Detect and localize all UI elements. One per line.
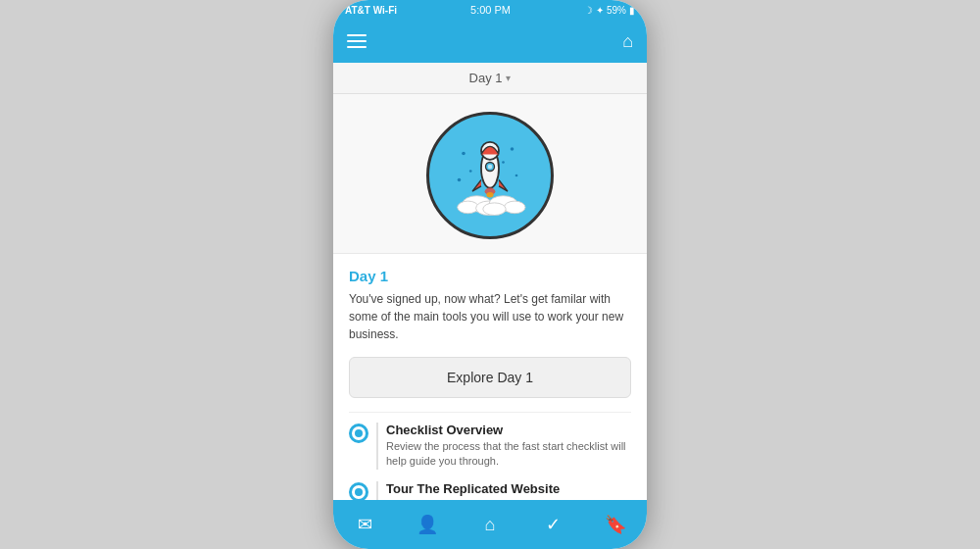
day-selector[interactable]: Day 1 ▾ (333, 63, 647, 94)
battery-percent: 59% (607, 5, 626, 16)
mail-icon: ✉ (358, 514, 372, 535)
checklist-item-1-title: Checklist Overview (386, 423, 631, 437)
checklist-circle-inner-2 (355, 488, 363, 496)
svg-point-17 (483, 203, 506, 216)
svg-point-5 (458, 178, 462, 182)
rocket-illustration-section (333, 94, 647, 254)
svg-point-9 (488, 165, 493, 170)
nav-bar: ⌂ (333, 20, 647, 63)
tab-mail[interactable]: ✉ (333, 514, 396, 535)
svg-point-3 (469, 170, 472, 173)
svg-point-11 (486, 192, 493, 197)
hamburger-line-3 (347, 46, 367, 48)
svg-point-13 (458, 201, 479, 214)
person-icon: 👤 (416, 514, 438, 535)
battery-info: ☽ ✦ 59% ▮ (584, 5, 635, 16)
tab-profile[interactable]: 👤 (396, 514, 459, 535)
tab-home[interactable]: ⌂ (459, 515, 521, 535)
phone-frame: AT&T Wi-Fi 5:00 PM ☽ ✦ 59% ▮ ⌂ Day 1 ▾ (333, 0, 647, 549)
moon-icon: ☽ (584, 5, 593, 16)
rocket-svg (446, 131, 534, 220)
day-title: Day 1 (349, 268, 631, 284)
hamburger-menu-button[interactable] (347, 34, 367, 48)
chevron-down-icon: ▾ (506, 73, 511, 83)
checklist-circle-icon (349, 424, 368, 443)
svg-point-1 (511, 147, 514, 151)
time-display: 5:00 PM (470, 4, 511, 16)
checklist-circle-icon-2 (349, 482, 368, 500)
bookmark-icon: 🔖 (605, 514, 626, 535)
checklist-item-1-text: Checklist Overview Review the process th… (376, 423, 631, 470)
svg-point-4 (515, 175, 518, 177)
main-content: Day 1 You've signed up, now what? Let's … (333, 94, 647, 500)
rocket-circle (426, 112, 554, 239)
day-description: You've signed up, now what? Let's get fa… (349, 290, 631, 343)
list-item: Checklist Overview Review the process th… (349, 423, 631, 470)
content-area: Day 1 You've signed up, now what? Let's … (333, 254, 647, 500)
svg-point-16 (504, 201, 525, 214)
tab-check[interactable]: ✓ (521, 514, 584, 535)
explore-day-button[interactable]: Explore Day 1 (349, 357, 631, 398)
tab-bookmark[interactable]: 🔖 (584, 514, 647, 535)
bluetooth-icon: ✦ (596, 5, 604, 16)
svg-point-2 (502, 161, 505, 164)
checklist-item-2-text: Tour The Replicated Website Your website… (376, 481, 631, 500)
svg-point-0 (462, 152, 466, 156)
checklist-item-2-title: Tour The Replicated Website (386, 481, 631, 496)
carrier-info: AT&T Wi-Fi (345, 5, 397, 16)
checklist-item-1-desc: Review the process that the fast start c… (386, 439, 631, 470)
home-icon: ⌂ (485, 515, 496, 535)
hamburger-line-1 (347, 34, 367, 36)
checkmark-icon: ✓ (546, 514, 561, 535)
list-item: Tour The Replicated Website Your website… (349, 481, 631, 500)
hamburger-line-2 (347, 40, 367, 42)
status-bar: AT&T Wi-Fi 5:00 PM ☽ ✦ 59% ▮ (333, 0, 647, 20)
battery-icon: ▮ (629, 5, 635, 16)
tab-bar: ✉ 👤 ⌂ ✓ 🔖 (333, 500, 647, 549)
checklist-section: Checklist Overview Review the process th… (349, 412, 631, 500)
home-nav-icon[interactable]: ⌂ (622, 31, 633, 52)
day-selector-label: Day 1 (469, 71, 503, 85)
checklist-circle-inner (355, 429, 363, 437)
